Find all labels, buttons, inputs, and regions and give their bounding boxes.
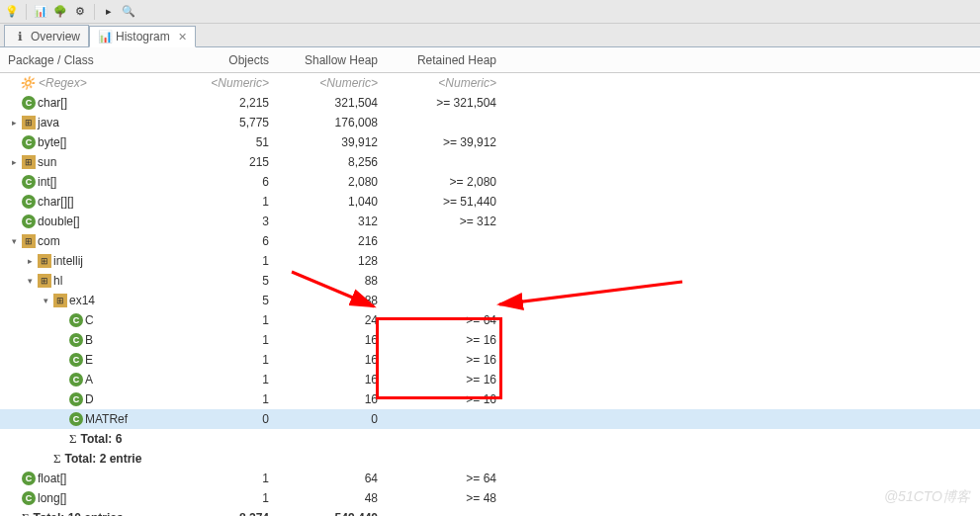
cell-retained: >= 64 <box>386 313 504 327</box>
cell-shallow: 16 <box>277 373 386 387</box>
cell-objects: 1 <box>178 392 277 406</box>
expander-icon[interactable]: ▸ <box>24 256 36 266</box>
cell-objects: 5 <box>178 274 277 288</box>
tool-insight-icon[interactable]: 💡 <box>4 4 20 20</box>
row-label: D <box>85 392 94 406</box>
class-icon: C <box>69 313 83 327</box>
cell-retained: >= 16 <box>386 353 504 367</box>
table-row[interactable]: CC124>= 64 <box>0 310 980 330</box>
cell-shallow: 8,256 <box>277 155 386 169</box>
cell-objects: 1 <box>178 313 277 327</box>
table-row[interactable]: CD116>= 16 <box>0 389 980 409</box>
watermark: @51CTO博客 <box>884 488 970 506</box>
expander-icon[interactable]: ▾ <box>40 296 51 305</box>
table-row[interactable]: Cchar[][]11,040>= 51,440 <box>0 192 980 212</box>
class-icon: C <box>69 392 83 406</box>
class-icon: C <box>69 353 83 367</box>
row-label: sun <box>38 155 56 169</box>
row-label: Total: 6 <box>81 432 123 446</box>
cell-objects: 1 <box>178 472 277 485</box>
table-row[interactable]: Cint[]62,080>= 2,080 <box>0 172 980 192</box>
table-row[interactable]: ▾⊞com6216 <box>0 231 980 251</box>
row-label: byte[] <box>38 135 66 149</box>
package-icon: ⊞ <box>53 294 67 307</box>
cell-shallow: 128 <box>277 254 386 268</box>
cell-shallow: 16 <box>277 333 386 347</box>
cell-objects: 3 <box>178 215 277 228</box>
table-row[interactable]: ΣTotal: 2 entrie <box>0 449 980 469</box>
filter-shallow[interactable]: <Numeric> <box>277 76 386 90</box>
table-row[interactable]: Cdouble[]3312>= 312 <box>0 212 980 231</box>
expander-icon[interactable]: ▸ <box>8 157 20 167</box>
class-icon: C <box>69 333 83 347</box>
sigma-icon: Σ <box>69 431 77 447</box>
package-icon: ⊞ <box>22 155 36 169</box>
cell-objects: 5,775 <box>178 116 277 129</box>
cell-objects: 1 <box>178 254 277 268</box>
package-icon: ⊞ <box>38 254 51 268</box>
histogram-table: Package / Class Objects Shallow Heap Ret… <box>0 47 980 516</box>
col-header-objects[interactable]: Objects <box>178 53 277 67</box>
filter-regex[interactable]: 🔆<Regex> <box>0 76 178 90</box>
close-icon[interactable]: ✕ <box>178 31 187 43</box>
class-icon: C <box>22 135 36 149</box>
tool-histogram-icon[interactable]: 📊 <box>33 4 48 20</box>
cell-retained: >= 321,504 <box>386 96 504 110</box>
col-header-retained[interactable]: Retained Heap <box>386 53 504 67</box>
table-row[interactable]: CA116>= 16 <box>0 370 980 389</box>
table-row[interactable]: CB116>= 16 <box>0 330 980 350</box>
cell-objects: 1 <box>178 195 277 209</box>
cell-shallow: 88 <box>277 294 386 307</box>
tab-histogram[interactable]: 📊 Histogram ✕ <box>89 26 196 47</box>
row-label: long[] <box>38 491 66 505</box>
expander-icon[interactable]: ▸ <box>8 118 20 128</box>
row-label: C <box>85 313 94 327</box>
sigma-icon: Σ <box>53 451 61 467</box>
cell-objects: 215 <box>178 155 277 169</box>
cell-objects: 1 <box>178 333 277 347</box>
table-row[interactable]: ▾⊞hl588 <box>0 271 980 291</box>
row-label: java <box>38 116 59 129</box>
cell-retained: >= 51,440 <box>386 195 504 209</box>
filter-row: 🔆<Regex> <Numeric> <Numeric> <Numeric> <box>0 73 980 93</box>
histogram-icon: 📊 <box>98 30 112 43</box>
table-row[interactable]: ▾⊞ex14588 <box>0 291 980 310</box>
table-row[interactable]: ▸⊞intellij1128 <box>0 251 980 271</box>
table-row[interactable]: Cbyte[]5139,912>= 39,912 <box>0 132 980 152</box>
table-row[interactable]: CMATRef00 <box>0 409 980 429</box>
col-header-shallow[interactable]: Shallow Heap <box>277 53 386 67</box>
tool-tree-icon[interactable]: 🌳 <box>52 4 68 20</box>
table-row[interactable]: ▸⊞java5,775176,008 <box>0 113 980 132</box>
table-row[interactable]: CE116>= 16 <box>0 350 980 370</box>
table-row[interactable]: Cfloat[]164>= 64 <box>0 469 980 488</box>
sigma-icon: Σ <box>22 510 30 516</box>
cell-objects: 1 <box>178 353 277 367</box>
tool-threads-icon[interactable]: ⚙ <box>72 4 88 20</box>
class-icon: C <box>22 215 36 228</box>
row-label: hl <box>53 274 62 288</box>
tab-overview[interactable]: ℹ Overview <box>4 25 89 46</box>
cell-objects: 8,274 <box>178 511 277 516</box>
toolbar: 💡 📊 🌳 ⚙ ▸ 🔍 <box>0 0 980 24</box>
expander-icon[interactable]: ▾ <box>8 236 20 246</box>
col-header-package[interactable]: Package / Class <box>0 53 178 67</box>
cell-shallow: 2,080 <box>277 175 386 189</box>
expander-icon[interactable]: ▾ <box>24 276 36 286</box>
cell-shallow: 88 <box>277 274 386 288</box>
table-row[interactable]: ▸⊞sun2158,256 <box>0 152 980 172</box>
cell-shallow: 176,008 <box>277 116 386 129</box>
table-row[interactable]: Clong[]148>= 48 <box>0 488 980 508</box>
cell-shallow: 312 <box>277 215 386 228</box>
tool-query-icon[interactable]: ▸ <box>101 4 117 20</box>
table-row[interactable]: Cchar[]2,215321,504>= 321,504 <box>0 93 980 113</box>
table-row[interactable]: ΣTotal: 6 <box>0 429 980 449</box>
cell-objects: 1 <box>178 373 277 387</box>
table-row[interactable]: ΣTotal: 10 entries8,274549,440 <box>0 508 980 516</box>
filter-objects[interactable]: <Numeric> <box>178 76 277 90</box>
row-label: com <box>38 234 60 248</box>
tool-search-icon[interactable]: 🔍 <box>121 4 136 20</box>
cell-retained: >= 16 <box>386 333 504 347</box>
tab-label: Overview <box>31 30 80 43</box>
filter-retained[interactable]: <Numeric> <box>386 76 504 90</box>
cell-retained: >= 48 <box>386 491 504 505</box>
